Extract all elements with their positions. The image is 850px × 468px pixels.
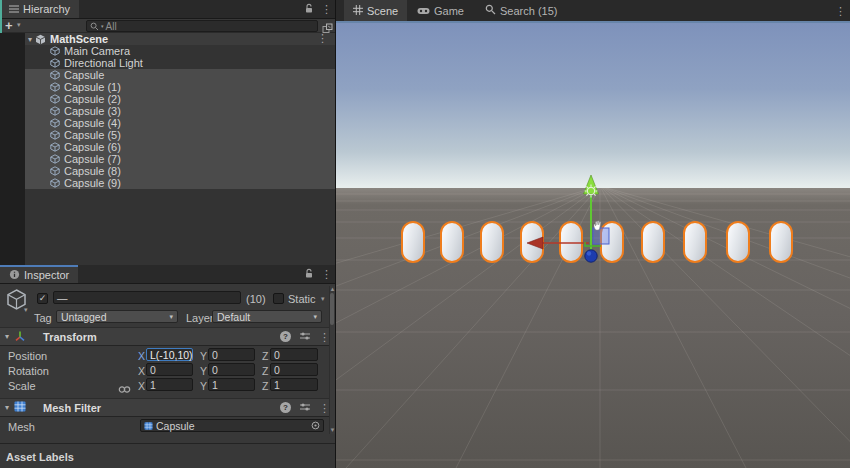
- rotation-x-field[interactable]: 0: [146, 363, 193, 376]
- search-filter-caret-icon[interactable]: ▾: [101, 23, 104, 29]
- lock-icon[interactable]: [304, 0, 314, 18]
- scale-z-field[interactable]: 1: [270, 378, 318, 391]
- link-icon[interactable]: [118, 380, 131, 398]
- rotation-y-field[interactable]: 0: [208, 363, 255, 376]
- lock-icon[interactable]: [304, 265, 314, 283]
- inspector-tabbar: Inspector ⋮: [0, 265, 336, 284]
- axis-z-label[interactable]: Z: [262, 350, 268, 362]
- scene-asset-icon: [35, 34, 46, 45]
- info-icon: [9, 269, 20, 282]
- position-z-field[interactable]: 0: [270, 348, 318, 361]
- hierarchy-item[interactable]: Capsule (2): [25, 93, 336, 105]
- scale-y-field[interactable]: 1: [208, 378, 255, 391]
- cube-icon: [50, 46, 60, 56]
- tab-label: Inspector: [24, 269, 69, 281]
- name-field[interactable]: —: [53, 291, 241, 304]
- axis-z-label[interactable]: Z: [262, 380, 268, 392]
- hierarchy-item[interactable]: Capsule (9): [25, 177, 336, 189]
- hierarchy-item-label: Capsule (2): [64, 93, 121, 105]
- hierarchy-item[interactable]: Capsule: [25, 69, 336, 81]
- axis-z-label[interactable]: Z: [262, 365, 268, 377]
- hamburger-icon: [9, 3, 19, 15]
- mesh-object-field[interactable]: Capsule: [140, 419, 324, 432]
- tab-inspector[interactable]: Inspector: [0, 265, 78, 283]
- active-checkbox[interactable]: ✓: [37, 293, 48, 304]
- rotation-z-field[interactable]: 0: [270, 363, 318, 376]
- gamepad-icon: [417, 5, 430, 17]
- translate-gizmo-x-axis[interactable]: [527, 237, 589, 249]
- row-label: Scale: [8, 380, 36, 392]
- asset-labels-section[interactable]: Asset Labels: [0, 443, 336, 468]
- axis-y-label[interactable]: Y: [200, 350, 207, 362]
- help-icon[interactable]: ?: [280, 402, 291, 413]
- foldout-open-icon[interactable]: ▾: [28, 35, 32, 44]
- scene-grid-icon: [353, 5, 363, 17]
- transform-tool-icon: [14, 330, 26, 344]
- hierarchy-item[interactable]: Capsule (5): [25, 129, 336, 141]
- hierarchy-item[interactable]: Capsule (7): [25, 153, 336, 165]
- hierarchy-item-label: Capsule (6): [64, 141, 121, 153]
- tab-scene[interactable]: Scene: [344, 0, 407, 21]
- position-y-field[interactable]: 0: [208, 348, 255, 361]
- hierarchy-item[interactable]: Capsule (6): [25, 141, 336, 153]
- scale-x-field[interactable]: 1: [146, 378, 193, 391]
- static-flags-caret[interactable]: ▾: [321, 295, 325, 303]
- hierarchy-item[interactable]: Directional Light: [25, 57, 336, 69]
- kebab-icon[interactable]: ⋮: [321, 4, 332, 14]
- mesh-grid-icon: [144, 422, 153, 430]
- hierarchy-item[interactable]: Capsule (4): [25, 117, 336, 129]
- cube-icon: [50, 118, 60, 128]
- tab-hierarchy[interactable]: Hierarchy: [0, 0, 79, 18]
- presets-icon[interactable]: [299, 331, 311, 343]
- axis-y-label[interactable]: Y: [200, 365, 207, 377]
- cube-icon: [50, 82, 60, 92]
- foldout-open-icon[interactable]: ▾: [5, 332, 9, 341]
- layer-dropdown[interactable]: Default▾: [212, 310, 322, 323]
- hierarchy-search-input[interactable]: ▾ All: [86, 20, 318, 32]
- cube-icon: [50, 106, 60, 116]
- hierarchy-item[interactable]: Capsule (1): [25, 81, 336, 93]
- panel-divider[interactable]: [335, 0, 336, 468]
- position-x-field[interactable]: L(-10,10): [146, 348, 193, 361]
- tab-game[interactable]: Game: [408, 0, 473, 21]
- static-checkbox[interactable]: [273, 293, 284, 304]
- tag-dropdown[interactable]: Untagged▾: [56, 310, 178, 323]
- transform-header[interactable]: ▾ Transform ? ⋮: [0, 327, 336, 346]
- translate-gizmo-xy-plane[interactable]: [593, 228, 609, 244]
- tab-label: Search (15): [500, 5, 557, 17]
- foldout-open-icon[interactable]: ▾: [5, 403, 9, 412]
- tab-label: Scene: [367, 5, 398, 17]
- cube-icon: [50, 94, 60, 104]
- search-placeholder: All: [106, 21, 117, 32]
- hierarchy-item-label: Capsule (8): [64, 165, 121, 177]
- hierarchy-tabbar: Hierarchy ⋮: [0, 0, 336, 19]
- presets-icon[interactable]: [299, 402, 311, 414]
- kebab-icon[interactable]: ⋮: [835, 6, 846, 16]
- hierarchy-item[interactable]: Capsule (3): [25, 105, 336, 117]
- help-icon[interactable]: ?: [280, 331, 291, 342]
- chevron-down-icon[interactable]: ▾: [17, 21, 21, 29]
- add-object-button[interactable]: +: [5, 19, 13, 32]
- scrollbar-thumb[interactable]: [330, 293, 334, 325]
- axis-y-label[interactable]: Y: [200, 380, 207, 392]
- hierarchy-item[interactable]: Main Camera: [25, 45, 336, 57]
- kebab-icon[interactable]: ⋮: [321, 269, 332, 279]
- axis-x-label[interactable]: X: [138, 380, 145, 392]
- hierarchy-item-label: Main Camera: [64, 45, 130, 57]
- axis-x-label[interactable]: X: [138, 350, 145, 362]
- hierarchy-visibility-gutter[interactable]: [0, 33, 25, 265]
- scene-viewport[interactable]: [336, 23, 850, 468]
- hierarchy-item-label: Capsule (9): [64, 177, 121, 189]
- scene-panel: Scene Game Search (15) ⋮: [336, 0, 850, 468]
- icon-select-caret[interactable]: ▾: [24, 306, 28, 314]
- hierarchy-scene-row[interactable]: ▾ MathScene ⋮: [25, 33, 336, 45]
- mesh-grid-icon: [14, 401, 26, 414]
- row-label: Position: [8, 350, 47, 362]
- object-picker-icon[interactable]: [311, 421, 320, 430]
- hierarchy-item[interactable]: Capsule (8): [25, 165, 336, 177]
- tab-search[interactable]: Search (15): [476, 0, 566, 21]
- translate-gizmo-origin[interactable]: [585, 250, 597, 262]
- mesh-filter-header[interactable]: ▾ Mesh Filter ? ⋮: [0, 398, 336, 417]
- kebab-icon[interactable]: ⋮: [317, 33, 328, 43]
- axis-x-label[interactable]: X: [138, 365, 145, 377]
